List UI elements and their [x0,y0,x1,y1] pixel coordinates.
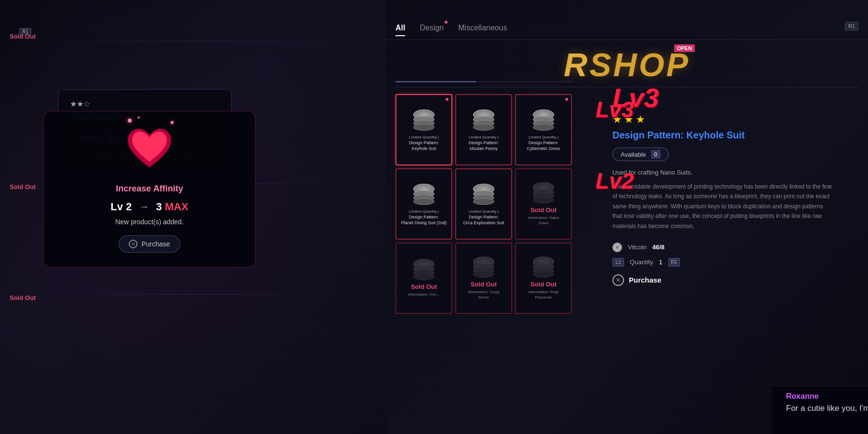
cell-name: Design Pattern:Cybernetic Dress [527,140,560,151]
cell-item-name: Information: Con... [408,292,440,297]
affinity-level: Lv 2 → 3 MAX [61,201,238,213]
xion-stars: ★★☆ [70,99,219,108]
dialogue-text: For a cutie like you, I'm willing to go … [786,404,868,413]
cell-limited: Limited Quantity | [409,209,439,214]
right-r1-badge: R1 [845,22,858,30]
detail-stars: ★★★ [612,113,854,126]
quantity-row: L2 Quantity 1 R2 [612,258,854,267]
item-icon [409,182,438,206]
shop-open-badge: OPEN [674,44,695,52]
grid-cell-sold-4[interactable]: Sold Out Information: ProjePasseuse [515,243,572,314]
affinity-new-product: New product(s) added. [61,218,238,226]
progress-bar [395,81,574,82]
grid-cell-cybernetic[interactable]: Limited Quantity | Design Pattern:Cybern… [515,94,572,165]
cell-name: Design Pattern:Keyhole Suit [409,140,439,151]
detail-desc-short: Used for crafting Nano Suits. [612,169,854,176]
affinity-title: Increase Affinity [61,184,238,194]
cell-limited: Limited Quantity | [469,209,499,214]
grid-cell-keyhole[interactable]: Limited Quantity | Design Pattern:Keyhol… [395,94,452,165]
cell-name: Design Pattern:Moutan Peony [469,140,499,151]
shop-grid: Limited Quantity | Design Pattern:Keyhol… [395,94,583,317]
cell-dot [446,98,448,101]
cell-limited: Limited Quantity | [469,135,499,139]
grid-cell-planet[interactable]: Limited Quantity | Design Pattern:Planet… [395,168,452,240]
tab-dot [445,21,448,24]
tab-line [386,40,868,40]
cell-item-name: Information: CrazyDrone [468,290,499,300]
left-panel: R1 Sold Out ★★☆ The Xion #6 Available 1 … [0,0,386,434]
sold-out-row-1: Sold Out [10,33,36,40]
cell-name: Design Pattern:Planet Diving Suit (2nd) [401,215,447,226]
purchase-row: ✕ Purchase [612,274,854,286]
detail-lv-badge: Lv3 [612,84,854,111]
grid-cell-orca[interactable]: Limited Quantity | Design Pattern:Orca E… [455,168,512,240]
tab-design[interactable]: Design [420,22,444,34]
cell-limited: Limited Quantity | [409,135,439,139]
r2-button[interactable]: R2 [668,258,680,267]
grid-cell-sold-2[interactable]: Sold Out Information: Con... [395,243,452,314]
lv3-badge: Lv3 [596,96,634,122]
affinity-popup: Increase Affinity Lv 2 → 3 MAX New produ… [43,111,256,268]
cell-item-name: Information: SalonTower [528,216,559,226]
dialogue-speaker: Roxanne [786,392,868,401]
grid-cell-sold-1[interactable]: Sold Out Information: SalonTower [515,168,572,240]
tab-bar: All Design Miscellaneous [395,22,507,34]
purchase-x-icon: ✕ [612,274,624,286]
sold-out-row-3: Sold Out [10,294,36,301]
cell-item-name: Information: ProjePasseuse [528,290,558,300]
cell-sold-label: Sold Out [471,281,497,288]
qty-label: Quantity [630,258,653,266]
grid-row-2: Limited Quantity | Design Pattern:Planet… [395,168,583,240]
progress-bar-fill [395,81,476,82]
qty-value: 1 [659,258,662,266]
item-icon [469,108,498,132]
dialogue-bar: Roxanne For a cutie like you, I'm willin… [772,386,868,434]
detail-available: Available 0 [612,148,669,161]
sold-out-row-2: Sold Out [10,183,36,190]
item-icon [409,108,438,132]
grid-row-3: Sold Out Information: Con... Sold Out In… [395,243,583,314]
right-panel: All Design Miscellaneous R1 RSHOP OPEN L… [386,0,868,434]
detail-description: The formidable development of printing t… [612,182,834,231]
lv2-badge: Lv2 [596,168,634,194]
grid-cell-moutan[interactable]: Limited Quantity | Design Pattern:Moutan… [455,94,512,165]
detail-panel: Lv3 ★★★ Design Pattern: Keyhole Suit Ava… [598,75,868,296]
x-icon: ✕ [129,240,137,248]
cell-dot [565,98,568,101]
tab-all[interactable]: All [395,22,405,34]
cell-limited: Limited Quantity | [529,135,558,139]
cell-sold-label: Sold Out [411,283,437,290]
grid-cell-sold-3[interactable]: Sold Out Information: CrazyDrone [455,243,512,314]
tab-miscellaneous[interactable]: Miscellaneous [458,22,507,34]
cell-name: Design Pattern:Orca Exploration Suit [463,215,504,226]
cell-sold-label: Sold Out [530,206,556,214]
item-icon [529,108,558,132]
price-label: Vitcoin [628,244,647,251]
cell-sold-label: Sold Out [530,281,556,288]
detail-title: Design Pattern: Keyhole Suit [612,130,854,141]
price-value: 46/8 [652,244,665,251]
purchase-button[interactable]: ✕ Purchase [119,235,180,253]
heart-display [121,126,178,174]
l2-button[interactable]: L2 [612,258,624,267]
grid-row-1: Limited Quantity | Design Pattern:Keyhol… [395,94,583,165]
price-row: V Vitcoin 46/8 [612,243,854,252]
vitcoin-icon: V [612,243,622,252]
item-icon [469,182,498,206]
purchase-label[interactable]: Purchase [629,276,662,284]
